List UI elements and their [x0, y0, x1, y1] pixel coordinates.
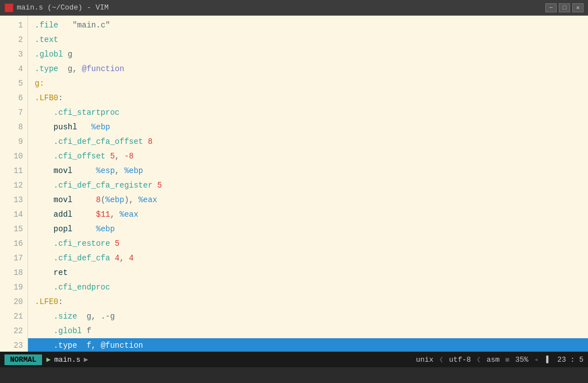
code-line: .LFE0: — [28, 295, 588, 309]
code-line: .LFB0: — [28, 91, 588, 105]
code-line: .cfi_offset 5, -8 — [28, 149, 588, 164]
window-controls[interactable]: − □ ✕ — [545, 3, 584, 12]
statusbar-right: unix ❮ utf-8 ❮ asm ◼ 35% ◂ ▐ 23 : 5 — [416, 355, 584, 364]
filetype-label: asm — [487, 356, 499, 364]
code-line: movl %esp, %ebp — [28, 164, 588, 178]
file-format: unix — [416, 356, 433, 364]
code-line: .globl g — [28, 47, 588, 62]
code-line: .type f, @function — [28, 338, 588, 352]
line-numbers: 1234567891011121314151617181920212223 — [0, 16, 28, 352]
code-line: .cfi_def_cfa_offset 8 — [28, 134, 588, 149]
arrow-icon: ▶ — [47, 355, 51, 364]
code-line: ret — [28, 265, 588, 280]
code-line: .globl f — [28, 324, 588, 338]
code-line: .type g, @function — [28, 62, 588, 76]
code-line: .text — [28, 32, 588, 47]
current-filename: main.s — [54, 356, 81, 364]
maximize-button[interactable]: □ — [559, 3, 570, 12]
app-icon — [4, 3, 13, 12]
file-encoding: utf-8 — [449, 356, 471, 364]
window-title: main.s (~/Code) - VIM — [17, 3, 109, 12]
close-button[interactable]: ✕ — [572, 3, 584, 12]
arrow-icon2: ▶ — [84, 355, 88, 364]
code-line: popl %ebp — [28, 222, 588, 236]
scroll-percent: 35% — [515, 356, 528, 364]
filename-area: ▶ main.s ▶ — [47, 355, 88, 364]
code-line: .cfi_restore 5 — [28, 236, 588, 251]
editor-area: 1234567891011121314151617181920212223 .f… — [0, 16, 588, 352]
code-line: .size g, .-g — [28, 309, 588, 324]
code-line: .cfi_def_cfa_register 5 — [28, 178, 588, 193]
cursor-position: 23 : 5 — [557, 356, 584, 364]
paste-icon: ▐ — [544, 356, 548, 364]
code-line: g: — [28, 76, 588, 91]
code-line: pushl %ebp — [28, 120, 588, 134]
code-line: movl 8(%ebp), %eax — [28, 193, 588, 207]
code-line: addl $11, %eax — [28, 207, 588, 222]
code-content[interactable]: .file "main.c".text.globl g.type g, @fun… — [28, 16, 588, 352]
code-line: .cfi_startproc — [28, 105, 588, 120]
statusbar: NORMAL ▶ main.s ▶ unix ❮ utf-8 ❮ asm ◼ 3… — [0, 352, 588, 367]
minimize-button[interactable]: − — [545, 3, 557, 12]
titlebar: main.s (~/Code) - VIM − □ ✕ — [0, 0, 588, 16]
vim-mode: NORMAL — [4, 354, 42, 365]
code-line: .cfi_def_cfa 4, 4 — [28, 251, 588, 265]
code-line: .cfi_endproc — [28, 280, 588, 295]
code-line: .file "main.c" — [28, 18, 588, 32]
